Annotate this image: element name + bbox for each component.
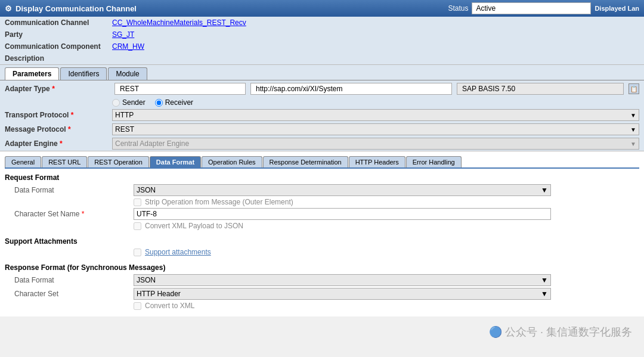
- support-attachments-label: Support attachments: [145, 248, 211, 256]
- communication-channel-label: Communication Channel: [5, 18, 112, 27]
- title-icon: ⚙: [5, 4, 12, 13]
- request-data-format-arrow: ▼: [541, 186, 548, 194]
- strip-operation-checkbox[interactable]: [134, 198, 141, 206]
- support-attachments-checkbox[interactable]: [134, 249, 141, 256]
- response-format-title: Response Format (for Synchronous Message…: [5, 263, 639, 272]
- message-protocol-arrow: ▼: [630, 126, 636, 133]
- tab-response-determination[interactable]: Response Determination: [263, 156, 348, 167]
- convert-xml-label: Convert XML Payload to JSON: [145, 222, 243, 230]
- transport-protocol-select[interactable]: HTTP ▼: [112, 109, 639, 121]
- tab-rest-operation[interactable]: REST Operation: [88, 156, 149, 167]
- response-char-set-row: Character Set HTTP Header ▼: [5, 288, 639, 300]
- convert-to-xml-label: Convert to XML: [145, 302, 194, 310]
- communication-component-value[interactable]: CRM_HW: [112, 42, 144, 51]
- adapter-basis-value: SAP BASIS 7.50: [457, 83, 624, 95]
- tab-parameters[interactable]: Parameters: [5, 67, 59, 80]
- char-set-value: UTF-8: [134, 208, 551, 220]
- tab-module[interactable]: Module: [108, 67, 147, 80]
- status-label: Status: [448, 4, 468, 13]
- request-format-title: Request Format: [5, 173, 639, 182]
- party-row: Party SG_JT: [0, 29, 644, 41]
- adapter-type-value: REST: [114, 83, 246, 95]
- copy-icon[interactable]: 📋: [628, 83, 639, 94]
- support-attachments-row: Support attachments: [5, 248, 639, 256]
- adapter-type-row: Adapter Type * REST http://sap.com/xi/XI…: [0, 80, 644, 97]
- adapter-engine-select: Central Adapter Engine ▼: [112, 138, 639, 150]
- title-label: Display Communication Channel: [16, 4, 137, 13]
- response-data-format-row: Data Format JSON ▼: [5, 274, 639, 286]
- response-data-format-label: Data Format: [14, 276, 134, 284]
- adapter-engine-row: Adapter Engine * Central Adapter Engine …: [0, 136, 644, 151]
- transport-protocol-arrow: ▼: [630, 112, 636, 119]
- tab-http-headers[interactable]: HTTP Headers: [349, 156, 405, 167]
- message-protocol-select[interactable]: REST ▼: [112, 123, 639, 135]
- communication-channel-value[interactable]: CC_WholeMachineMaterials_REST_Recv: [112, 18, 246, 27]
- response-data-format-select[interactable]: JSON ▼: [134, 274, 551, 286]
- sender-radio[interactable]: Sender: [112, 98, 145, 107]
- adapter-engine-label: Adapter Engine *: [5, 139, 112, 148]
- tab-rest-url[interactable]: REST URL: [42, 156, 87, 167]
- response-data-format-arrow: ▼: [541, 276, 548, 284]
- tab-data-format[interactable]: Data Format: [150, 156, 201, 167]
- main-content: General REST URL REST Operation Data For…: [0, 151, 644, 316]
- transport-protocol-label: Transport Protocol *: [5, 111, 112, 119]
- description-label: Description: [5, 54, 112, 63]
- party-value[interactable]: SG_JT: [112, 30, 134, 39]
- communication-channel-row: Communication Channel CC_WholeMachineMat…: [0, 17, 644, 29]
- convert-to-xml-checkbox[interactable]: [134, 302, 141, 310]
- response-char-set-arrow: ▼: [541, 290, 548, 298]
- strip-operation-label: Strip Operation from Message (Outer Elem…: [145, 198, 293, 206]
- tab-identifiers[interactable]: Identifiers: [60, 67, 107, 80]
- request-data-format-row: Data Format JSON ▼: [5, 184, 639, 196]
- title-bar: ⚙ Display Communication Channel Status A…: [0, 0, 644, 17]
- convert-to-xml-row: Convert to XML: [5, 302, 639, 310]
- strip-operation-row: Strip Operation from Message (Outer Elem…: [5, 198, 639, 206]
- sender-receiver-row: Sender Receiver: [0, 97, 644, 108]
- convert-xml-checkbox[interactable]: [134, 222, 141, 230]
- message-protocol-label: Message Protocol *: [5, 125, 112, 134]
- tab-operation-rules[interactable]: Operation Rules: [202, 156, 262, 167]
- receiver-radio[interactable]: Receiver: [155, 98, 193, 107]
- response-char-set-label: Character Set: [14, 290, 134, 298]
- message-protocol-row: Message Protocol * REST ▼: [0, 122, 644, 136]
- char-set-row: Character Set Name * UTF-8: [5, 208, 639, 220]
- communication-component-row: Communication Component CRM_HW: [0, 41, 644, 52]
- request-data-format-label: Data Format: [14, 186, 134, 194]
- adapter-type-label: Adapter Type *: [5, 85, 112, 93]
- tab-general[interactable]: General: [5, 156, 41, 167]
- displayed-lang-label: Displayed Lan: [595, 5, 639, 12]
- request-data-format-select[interactable]: JSON ▼: [134, 184, 551, 196]
- status-value: Active: [472, 2, 591, 14]
- char-set-label: Character Set Name *: [14, 210, 134, 218]
- tab-error-handling[interactable]: Error Handling: [406, 156, 462, 167]
- description-row: Description: [0, 52, 644, 64]
- support-attachments-title: Support Attachments: [5, 237, 639, 246]
- transport-protocol-row: Transport Protocol * HTTP ▼: [0, 108, 644, 122]
- adapter-engine-arrow: ▼: [630, 141, 636, 147]
- convert-xml-row: Convert XML Payload to JSON: [5, 222, 639, 230]
- outer-tabs: Parameters Identifiers Module: [0, 65, 644, 80]
- communication-component-label: Communication Component: [5, 42, 112, 51]
- adapter-url-value: http://sap.com/xi/XI/System: [250, 83, 452, 95]
- inner-tabs: General REST URL REST Operation Data For…: [5, 156, 639, 169]
- party-label: Party: [5, 30, 112, 39]
- response-char-set-select[interactable]: HTTP Header ▼: [134, 288, 551, 300]
